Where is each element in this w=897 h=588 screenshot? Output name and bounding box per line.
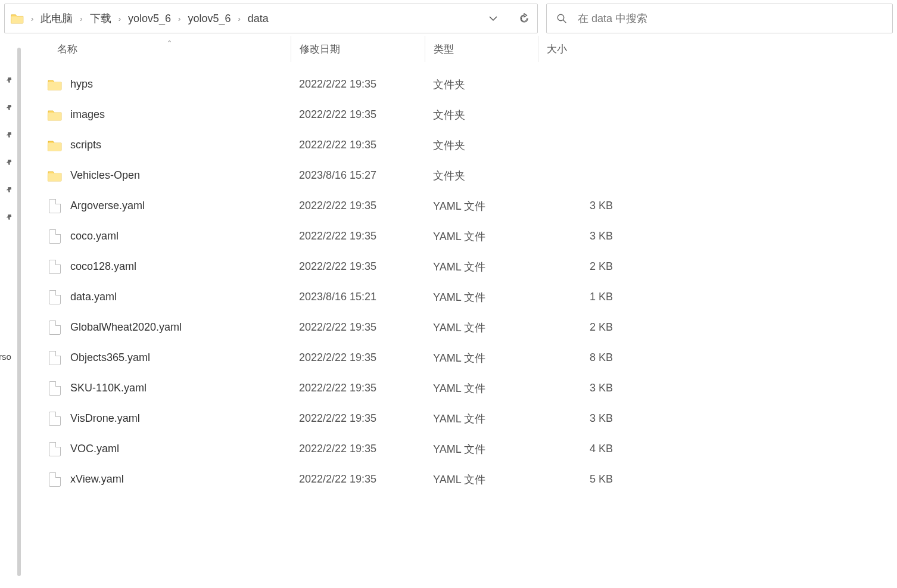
item-name: scripts [70,139,101,151]
item-name: xView.yaml [70,473,124,486]
cell-type: YAML 文件 [425,321,538,335]
item-name: hyps [70,78,93,91]
list-item[interactable]: images2022/2/22 19:35文件夹 [48,99,897,130]
cell-type: 文件夹 [425,108,538,122]
cell-type: YAML 文件 [425,199,538,213]
pin-icon[interactable] [3,157,14,168]
search-bar[interactable] [546,4,893,33]
cell-size: 4 KB [538,443,621,455]
cell-size: 8 KB [538,351,621,364]
sort-indicator-icon: ⌃ [167,39,172,47]
cell-date: 2022/2/22 19:35 [291,200,425,212]
breadcrumb-segment[interactable]: 下载 [88,10,114,27]
cell-size: 3 KB [538,412,621,425]
cell-date: 2022/2/22 19:35 [291,443,425,455]
cell-name: hyps [48,78,291,91]
list-item[interactable]: GlobalWheat2020.yaml2022/2/22 19:35YAML … [48,312,897,343]
cell-date: 2022/2/22 19:35 [291,412,425,425]
column-header-name[interactable]: ⌃ 名称 [48,42,291,56]
column-header-type[interactable]: 类型 [425,36,538,62]
history-dropdown-button[interactable] [486,11,500,26]
pin-icon[interactable] [3,184,14,195]
list-item[interactable]: Objects365.yaml2022/2/22 19:35YAML 文件8 K… [48,343,897,373]
list-item[interactable]: SKU-110K.yaml2022/2/22 19:35YAML 文件3 KB [48,373,897,403]
chevron-right-icon: › [117,14,122,23]
item-name: data.yaml [70,291,117,303]
cell-name: Argoverse.yaml [48,199,291,213]
list-item[interactable]: Argoverse.yaml2022/2/22 19:35YAML 文件3 KB [48,191,897,221]
list-item[interactable]: data.yaml2023/8/16 15:21YAML 文件1 KB [48,282,897,312]
list-item[interactable]: xView.yaml2022/2/22 19:35YAML 文件5 KB [48,464,897,494]
cell-name: coco.yaml [48,229,291,244]
item-name: GlobalWheat2020.yaml [70,321,182,334]
breadcrumb-segment[interactable]: yolov5_6 [185,11,233,26]
quick-access-strip: rso [0,36,18,588]
breadcrumb-segment[interactable]: yolov5_6 [126,11,173,26]
breadcrumb-segment[interactable]: 此电脑 [38,10,75,27]
cell-date: 2022/2/22 19:35 [291,78,425,91]
cell-type: YAML 文件 [425,412,538,426]
cell-date: 2022/2/22 19:35 [291,230,425,242]
address-bar[interactable]: ›此电脑›下载›yolov5_6›yolov5_6›data [4,4,538,33]
cell-size: 2 KB [538,321,621,334]
cell-date: 2022/2/22 19:35 [291,351,425,364]
refresh-button[interactable] [517,11,531,26]
cell-date: 2022/2/22 19:35 [291,382,425,394]
file-icon [49,472,61,487]
breadcrumb-segment[interactable]: data [245,11,271,26]
folder-icon [48,139,62,152]
cell-name: data.yaml [48,290,291,304]
file-icon [49,412,61,426]
list-item[interactable]: scripts2022/2/22 19:35文件夹 [48,130,897,160]
cell-name: GlobalWheat2020.yaml [48,321,291,335]
item-name: VisDrone.yaml [70,412,140,425]
list-item[interactable]: VisDrone.yaml2022/2/22 19:35YAML 文件3 KB [48,403,897,434]
item-name: VOC.yaml [70,443,119,455]
column-header-date[interactable]: 修改日期 [291,36,425,62]
list-item[interactable]: coco.yaml2022/2/22 19:35YAML 文件3 KB [48,221,897,251]
cell-date: 2022/2/22 19:35 [291,321,425,334]
column-label: 名称 [57,42,77,56]
file-icon [49,381,61,396]
main-area: rso ⌃ 名称 修改日期 类型 大小 hyps2022/2/22 19:35文… [0,36,897,588]
cell-name: images [48,108,291,122]
pin-icon[interactable] [3,102,14,113]
search-icon [556,13,567,24]
folder-icon [11,13,24,24]
item-name: Vehicles-Open [70,169,140,182]
list-item[interactable]: Vehicles-Open2023/8/16 15:27文件夹 [48,160,897,191]
cell-size: 2 KB [538,260,621,273]
file-list: ⌃ 名称 修改日期 类型 大小 hyps2022/2/22 19:35文件夹im… [18,36,897,588]
cell-name: xView.yaml [48,472,291,487]
pin-icon[interactable] [3,211,14,223]
search-input[interactable] [578,13,883,25]
cell-size: 5 KB [538,473,621,486]
cell-size: 3 KB [538,382,621,394]
svg-line-1 [563,20,566,23]
file-icon [49,321,61,335]
cell-type: YAML 文件 [425,290,538,304]
chevron-right-icon: › [177,14,182,23]
cell-name: Objects365.yaml [48,351,291,365]
item-name: images [70,108,105,121]
folder-icon [48,108,62,122]
chevron-right-icon: › [79,14,83,23]
chevron-right-icon: › [237,14,242,23]
list-item[interactable]: hyps2022/2/22 19:35文件夹 [48,69,897,99]
pin-icon[interactable] [3,74,14,86]
pin-icon[interactable] [3,129,14,141]
cell-name: Vehicles-Open [48,169,291,182]
cell-name: VOC.yaml [48,442,291,456]
folder-icon [48,78,62,91]
list-item[interactable]: VOC.yaml2022/2/22 19:35YAML 文件4 KB [48,434,897,464]
list-item[interactable]: coco128.yaml2022/2/22 19:35YAML 文件2 KB [48,251,897,282]
cell-date: 2023/8/16 15:27 [291,169,425,182]
file-icon [49,290,61,304]
file-icon [49,351,61,365]
cell-date: 2023/8/16 15:21 [291,291,425,303]
cell-type: YAML 文件 [425,381,538,396]
column-header-size[interactable]: 大小 [538,36,621,62]
cell-name: scripts [48,139,291,152]
cell-type: 文件夹 [425,77,538,92]
cell-type: YAML 文件 [425,229,538,244]
